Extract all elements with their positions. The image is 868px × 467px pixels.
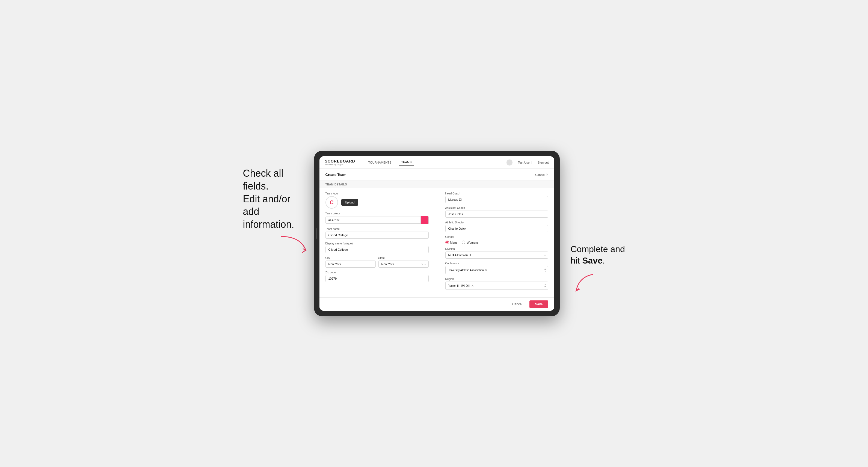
gender-womens-label[interactable]: Womens [462,241,478,244]
region-arrows: ▲ ▼ [544,283,546,288]
region-group: Region Region II - (M) DIII ✕ ▲ ▼ [445,277,548,290]
region-multi-select[interactable]: Region II - (M) DIII ✕ ▲ ▼ [445,282,548,290]
logo-area: SCOREBOARD Powered by clippd [325,159,355,166]
modal-title: Create Team [326,173,346,177]
navbar: SCOREBOARD Powered by clippd TOURNAMENTS… [319,156,554,169]
sign-out-link[interactable]: Sign out [538,161,549,164]
state-select[interactable]: New York [378,260,429,268]
team-logo-group: Team logo C Upload [326,192,429,209]
tablet-screen: SCOREBOARD Powered by clippd TOURNAMENTS… [319,156,554,311]
conference-tag: University Athletic Association [448,269,484,272]
city-state-row: City State New York ✕ ⌄ [326,256,429,268]
gender-mens-radio[interactable] [445,241,449,244]
division-label: Division [445,247,548,250]
cancel-button[interactable]: Cancel [508,301,527,308]
gender-womens-radio[interactable] [462,241,465,244]
color-input-row [326,216,429,224]
form-body: Team logo C Upload Team colour [319,188,554,298]
team-logo-label: Team logo [326,192,429,195]
zip-label: Zip code [326,271,429,274]
head-coach-input[interactable] [445,196,548,203]
form-right: Head Coach Assistant Coach Athletic Dire… [437,188,548,293]
logo-upload-area: C Upload [326,196,429,209]
logo-sub: Powered by clippd [325,163,355,166]
gender-group: Gender Mens Womens [445,236,548,244]
conference-multi-select[interactable]: University Athletic Association ✕ ▲ ▼ [445,266,548,274]
region-tag-remove[interactable]: ✕ [471,284,474,287]
display-name-label: Display name (unique) [326,242,429,245]
annotation-right-text: Complete and hit Save. [571,244,625,266]
assistant-coach-label: Assistant Coach [445,207,548,210]
logo-main: SCOREBOARD [325,159,355,163]
modal-footer: Cancel Save [319,298,554,311]
division-group: Division NCAA Division III ⌄ [445,247,548,259]
radio-group: Mens Womens [445,240,548,244]
city-state-group: City State New York ✕ ⌄ [326,256,429,268]
nav-avatar [506,159,513,165]
conference-arrows: ▲ ▼ [544,268,546,273]
gender-mens-label[interactable]: Mens [445,241,458,244]
team-colour-label: Team colour [326,212,429,215]
nav-tournaments[interactable]: TOURNAMENTS [366,160,394,165]
section-header: TEAM DETAILS [319,181,554,188]
zip-input[interactable] [326,275,429,282]
display-name-input[interactable] [326,246,429,253]
team-name-group: Team name [326,227,429,239]
division-select[interactable]: NCAA Division III [445,251,548,259]
team-name-input[interactable] [326,231,429,239]
tablet-frame: SCOREBOARD Powered by clippd TOURNAMENTS… [314,151,560,316]
city-subgroup: City [326,256,376,268]
conference-group: Conference University Athletic Associati… [445,262,548,274]
modal-area: Create Team Cancel ✕ TEAM DETAILS Team l… [319,169,554,311]
assistant-coach-group: Assistant Coach [445,207,548,218]
athletic-director-input[interactable] [445,225,548,232]
head-coach-group: Head Coach [445,192,548,203]
form-left: Team logo C Upload Team colour [326,188,437,293]
division-select-wrapper: NCAA Division III ⌄ [445,251,548,259]
annotation-left-text: Check all fields. Edit and/or add inform… [243,167,303,231]
city-label: City [326,256,376,259]
team-logo-preview: C [326,196,338,209]
assistant-coach-input[interactable] [445,211,548,218]
zip-code-group: Zip code [326,271,429,282]
gender-label: Gender [445,236,548,239]
conference-label: Conference [445,262,548,265]
annotation-right: Complete and hit Save. [571,151,625,299]
nav-user-label: Test User | [518,161,532,164]
head-coach-label: Head Coach [445,192,548,195]
athletic-director-label: Athletic Director [445,221,548,224]
modal-cancel-header[interactable]: Cancel ✕ [535,173,548,177]
display-name-group: Display name (unique) [326,242,429,253]
athletic-director-group: Athletic Director [445,221,548,232]
state-subgroup: State New York ✕ ⌄ [378,256,429,268]
right-annotation-arrow [571,272,603,296]
right-arrow-container [571,272,625,299]
state-select-wrapper: New York ✕ ⌄ [378,260,429,268]
save-button[interactable]: Save [529,301,548,308]
nav-teams[interactable]: TEAMS [399,159,414,165]
team-colour-group: Team colour [326,212,429,224]
annotation-left: Check all fields. Edit and/or add inform… [243,151,303,231]
tablet-side-button [316,228,317,239]
page-wrapper: Check all fields. Edit and/or add inform… [243,151,625,316]
team-name-label: Team name [326,227,429,230]
city-input[interactable] [326,260,376,268]
color-swatch[interactable] [421,216,429,224]
region-label: Region [445,277,548,280]
close-icon: ✕ [546,173,548,177]
left-annotation-arrow [279,234,311,258]
upload-button[interactable]: Upload [341,199,359,206]
state-label: State [378,256,429,259]
modal-header: Create Team Cancel ✕ [319,169,554,181]
conference-tag-remove[interactable]: ✕ [485,269,487,272]
team-colour-input[interactable] [326,217,421,224]
region-tag: Region II - (M) DIII [448,284,470,287]
